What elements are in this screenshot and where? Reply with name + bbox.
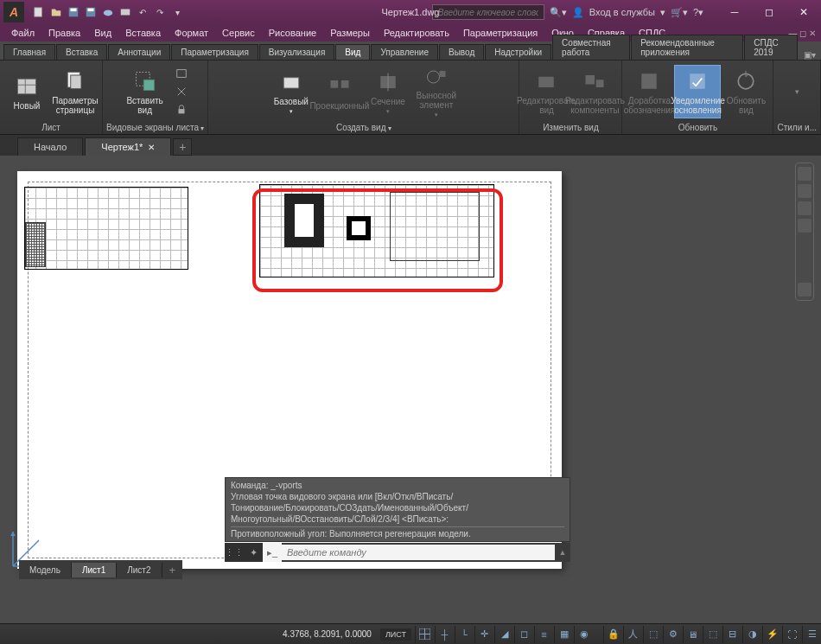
qat-undo-icon[interactable]: ↶ [135,4,150,20]
menu-file[interactable]: Файл [5,26,41,40]
status-iso-icon[interactable]: ◢ [494,626,513,643]
rtab-visualize[interactable]: Визуализация [259,44,334,60]
rtab-addins[interactable]: Надстройки [485,44,551,60]
qat-dropdown-icon[interactable]: ▾ [169,4,185,20]
menu-edit[interactable]: Правка [42,26,86,40]
add-tab-button[interactable]: + [173,138,192,156]
menu-format[interactable]: Формат [169,26,214,40]
ribbon-tab-bar: Главная Вставка Аннотации Параметризация… [0,41,821,61]
space-mode-toggle[interactable]: ЛИСТ [380,628,411,641]
help-icon[interactable]: ?▾ [693,7,703,18]
minimize-button[interactable]: ─ [717,0,752,24]
menu-view[interactable]: Вид [88,26,118,40]
svg-rect-15 [178,109,184,113]
rtab-annotate[interactable]: Аннотации [108,44,170,60]
qat-open-icon[interactable] [48,4,64,20]
search-input[interactable] [432,4,544,20]
status-isolate-icon[interactable]: ◑ [742,626,761,643]
qat-saveas-icon[interactable] [83,4,99,20]
rtab-spds[interactable]: СПДС 2019 [744,35,798,60]
minimize-ribbon-icon[interactable]: ▣▾ [804,50,816,60]
ribbon: Новый Параметры страницы Лист Вставить в… [0,61,821,135]
panel-create-title[interactable]: Создать вид [212,121,515,134]
menu-parametric[interactable]: Параметризация [457,26,544,40]
layout-tab-sheet1[interactable]: Лист1 [72,563,117,577]
exchange-icon[interactable]: 🛒▾ [671,7,688,18]
layout-tab-model[interactable]: Модель [19,563,72,577]
rtab-parametric[interactable]: Параметризация [171,44,258,60]
nav-showmotion-icon[interactable] [798,283,811,296]
qat-save-icon[interactable] [66,4,81,20]
menu-tools[interactable]: Сервис [216,26,261,40]
status-lwt-icon[interactable]: ≡ [534,626,553,643]
nav-orbit-icon[interactable] [798,219,811,233]
btn-new-layout[interactable]: Новый [3,65,50,118]
cmd-expand-icon[interactable]: ▲ [555,548,570,557]
status-annoscale-icon[interactable]: 🔒 [603,626,622,643]
doc-tab-active[interactable]: Чертеж1*✕ [85,137,171,156]
vp-lock-icon[interactable] [174,102,189,118]
close-tab-icon[interactable]: ✕ [148,143,155,152]
app-icon[interactable]: A [3,2,24,22]
status-osnap-icon[interactable]: ◻ [514,626,533,643]
signin-label[interactable]: Вход в службы [589,7,655,17]
signin-icon[interactable]: 👤 [572,7,584,18]
cmd-customize-icon[interactable]: ✦ [244,543,263,562]
rtab-featured[interactable]: Рекомендованные приложения [631,35,743,60]
status-annoauto-icon[interactable]: 人 [623,626,642,643]
btn-page-setup[interactable]: Параметры страницы [52,65,99,118]
status-polar-icon[interactable]: ✛ [474,626,493,643]
menu-insert[interactable]: Вставка [119,26,167,40]
svg-rect-14 [176,70,186,78]
status-cleanscreen-icon[interactable]: ⛶ [782,626,801,643]
nav-wheel-icon[interactable] [798,167,811,181]
status-cycling-icon[interactable]: ◉ [574,626,593,643]
status-quickprops-icon[interactable]: ⊟ [722,626,741,643]
rtab-home[interactable]: Главная [3,44,55,60]
vp-rect-icon[interactable] [174,66,189,81]
panel-styles-title[interactable]: Стили и... [777,121,817,134]
menu-modify[interactable]: Редактировать [378,26,455,40]
qat-redo-icon[interactable]: ↷ [152,4,168,20]
qat-cloud-icon[interactable] [100,4,116,20]
qat-plot-icon[interactable] [118,4,133,20]
viewport-2[interactable] [259,184,494,277]
layout-tab-sheet2[interactable]: Лист2 [117,563,162,577]
rtab-output[interactable]: Вывод [439,44,484,60]
status-hardware-icon[interactable]: ⚡ [762,626,781,643]
close-button[interactable]: ✕ [786,0,821,24]
status-workspace-icon[interactable]: ⚙ [663,626,682,643]
cmd-handle-icon[interactable]: ⋮⋮ [225,543,244,562]
status-grid-icon[interactable] [415,626,434,643]
menu-draw[interactable]: Рисование [263,26,322,40]
rtab-collaborate[interactable]: Совместная работа [552,35,630,60]
status-ortho-icon[interactable]: └ [455,626,474,643]
btn-base-view[interactable]: Базовый▾ [268,65,315,118]
maximize-button[interactable]: ◻ [752,0,786,24]
rtab-view[interactable]: Вид [335,44,370,60]
status-annovis-icon[interactable]: ⬚ [643,626,662,643]
rtab-insert[interactable]: Вставка [56,44,107,60]
command-input[interactable] [282,545,555,560]
svg-rect-4 [88,9,94,12]
doc-tab-start[interactable]: Начало [17,137,83,156]
viewport-1[interactable] [24,187,188,270]
search-icon[interactable]: 🔍▾ [550,7,567,18]
signin-dropdown-icon[interactable]: ▾ [660,7,665,18]
status-customize-icon[interactable]: ☰ [802,626,821,643]
status-transparency-icon[interactable]: ▦ [554,626,573,643]
nav-zoom-icon[interactable] [798,201,811,215]
nav-pan-icon[interactable] [798,184,811,198]
add-layout-button[interactable]: + [162,561,183,579]
btn-insert-view[interactable]: Вставить вид [122,65,169,118]
rtab-manage[interactable]: Управление [371,44,438,60]
panel-vports-title[interactable]: Видовые экраны листа [106,121,204,134]
btn-auto-update[interactable]: Уведомление основления [674,65,721,118]
status-monitor-icon[interactable]: 🖥 [683,626,702,643]
vp-clip-icon[interactable] [174,84,189,99]
status-units-icon[interactable]: ⬚ [703,626,722,643]
menu-dimension[interactable]: Размеры [324,26,376,40]
qat-new-icon[interactable] [31,4,47,20]
status-snap-icon[interactable]: ┼ [435,626,454,643]
document-title: Чертеж1.dwg [382,7,440,17]
